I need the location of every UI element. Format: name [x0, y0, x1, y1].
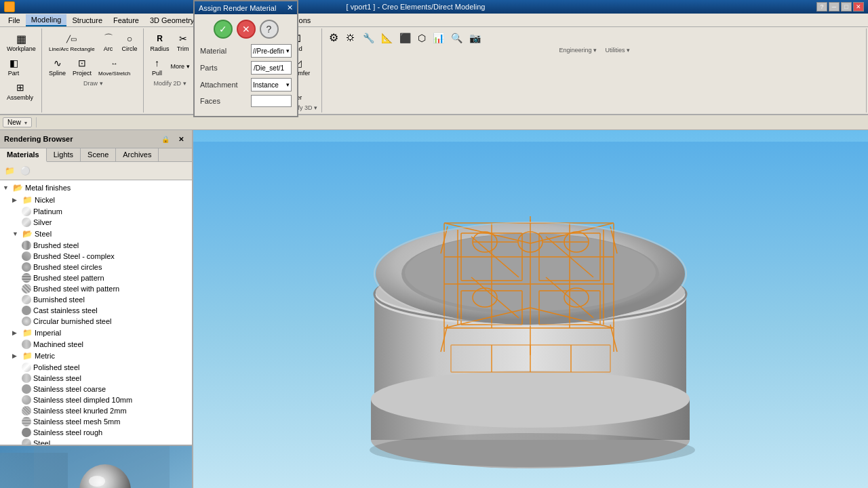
tree-label: Platinum [33, 207, 62, 216]
tree-label: Stainless steel mesh 5mm [33, 418, 120, 426]
eng-btn-6[interactable]: ⬡ [415, 31, 429, 45]
folder-open-icon: 📂 [12, 182, 23, 193]
move-stretch-icon: ↔ [108, 57, 121, 70]
tree-item-stainless-dimpled[interactable]: Stainless steel dimpled 10mm [1, 394, 191, 405]
arc-icon: ⌒ [102, 32, 115, 45]
tree-item-brushed-steel-pattern[interactable]: Brushed steel pattern [1, 272, 191, 283]
tree-item-stainless-steel[interactable]: Stainless steel [1, 373, 191, 384]
project-button[interactable]: ⊡ Project [70, 54, 94, 79]
tree-label: Metal finishes [25, 184, 71, 192]
dialog-btn-row: ✓ ✕ ? [200, 20, 292, 39]
tree-item-silver[interactable]: Silver [1, 217, 191, 228]
tree-item-stainless-rough[interactable]: Stainless steel rough [1, 427, 191, 438]
tab-materials[interactable]: Materials [0, 148, 47, 162]
tab-scene[interactable]: Scene [81, 148, 116, 161]
dialog-faces-input[interactable] [251, 95, 292, 107]
minimize-button[interactable]: ─ [829, 2, 840, 12]
circle-icon: ○ [123, 32, 136, 45]
tree-item-cast-stainless[interactable]: Cast stainless steel [1, 305, 191, 316]
menu-feature[interactable]: Feature [108, 15, 144, 26]
line-arc-rectangle-button[interactable]: ╱▭ Line/Arc Rectangle [46, 30, 98, 54]
render-dialog: Assign Render Material ✕ ✓ ✕ ? Material … [193, 0, 298, 117]
circle-button[interactable]: ○ Circle [119, 30, 140, 54]
dialog-help-button[interactable]: ? [260, 20, 279, 39]
menu-3d-geometry[interactable]: 3D Geometry [144, 15, 199, 26]
pull-button[interactable]: ↑ Pull [148, 54, 167, 79]
close-button[interactable]: ✕ [853, 2, 864, 12]
tree-item-metal-finishes[interactable]: ▼ 📂 Metal finishes [1, 182, 191, 194]
viewport-svg [193, 130, 868, 488]
restore-button[interactable]: □ [841, 2, 852, 12]
dialog-cancel-button[interactable]: ✕ [237, 20, 256, 39]
panel-close-icon[interactable]: ✕ [174, 132, 188, 146]
workplane-button[interactable]: ▦ Workplane [4, 30, 39, 54]
tree-item-nickel[interactable]: ▶ 📁 Nickel [1, 194, 191, 206]
title-bar-title: [ vport1 ] - Creo Elements/Direct Modeli… [15, 3, 816, 11]
util-btn-1[interactable]: 📊 [430, 31, 447, 45]
tree-item-stainless-coarse[interactable]: Stainless steel coarse [1, 384, 191, 394]
eng-label: Engineering ▾ Utilities ▾ [326, 47, 863, 54]
eng-btn-1[interactable]: ⚙ [326, 30, 341, 45]
panel-sphere-icon[interactable]: ⚪ [18, 164, 32, 178]
util-btn-2[interactable]: 🔍 [448, 31, 465, 45]
tree-item-steel[interactable]: Steel [1, 438, 191, 445]
more-2d-button[interactable]: More ▾ [168, 62, 193, 71]
radius-button[interactable]: R Radius [148, 30, 172, 54]
tree-item-imperial[interactable]: ▶ 📁 Imperial [1, 327, 191, 339]
eng-btn-5[interactable]: ⬛ [397, 31, 414, 45]
dialog-faces-field: Faces [200, 95, 292, 107]
tree-item-stainless-mesh[interactable]: Stainless steel mesh 5mm [1, 416, 191, 427]
new-dropdown-arrow: ▾ [24, 120, 27, 126]
util-btn-3[interactable]: 📷 [467, 31, 484, 45]
panel-folder-icon[interactable]: 📁 [3, 164, 16, 178]
tab-archives[interactable]: Archives [116, 148, 159, 161]
panel-lock-icon[interactable]: 🔒 [159, 132, 172, 146]
toolbar-row-2: ◧ Part [4, 54, 23, 79]
dialog-attachment-select[interactable]: Instance ▾ [251, 78, 292, 92]
tree-area[interactable]: ▼ 📂 Metal finishes ▶ 📁 Nickel Platinum S… [0, 180, 192, 445]
dialog-ok-button[interactable]: ✓ [214, 20, 233, 39]
tree-item-brushed-steel[interactable]: Brushed steel [1, 240, 191, 251]
menu-file[interactable]: File [3, 15, 26, 26]
material-preview-icon [22, 262, 31, 272]
eng-btn-4[interactable]: 📐 [378, 31, 395, 45]
tree-label: Stainless steel [33, 374, 81, 382]
tree-item-metric[interactable]: ▶ 📁 Metric [1, 350, 191, 362]
arc-button[interactable]: ⌒ Arc [99, 30, 118, 54]
assembly-button[interactable]: ⊞ Assembly [4, 79, 36, 103]
material-preview-icon [22, 284, 31, 293]
menu-modeling[interactable]: Modeling [26, 14, 67, 26]
tree-label: Stainless steel knurled 2mm [33, 407, 127, 415]
dialog-parts-value: /Die_set/1 [254, 64, 284, 72]
folder-icon: 📁 [22, 350, 33, 361]
menu-structure[interactable]: Structure [66, 15, 108, 26]
tree-item-machined-steel[interactable]: Machined steel [1, 339, 191, 350]
tree-item-brushed-steel-circles[interactable]: Brushed steel circles [1, 262, 191, 272]
title-bar-left [4, 1, 15, 12]
new-dropdown[interactable]: New ▾ [3, 117, 32, 127]
tree-item-platinum[interactable]: Platinum [1, 206, 191, 217]
tree-item-circular-burnished[interactable]: Circular burnished steel [1, 316, 191, 327]
part-button[interactable]: ◧ Part [4, 54, 23, 79]
svg-point-57 [370, 433, 695, 467]
tree-item-brushed-steel-complex[interactable]: Brushed Steel - complex [1, 251, 191, 262]
panel-header: Rendering Browser 🔒 ✕ [0, 130, 192, 148]
move-stretch-button[interactable]: ↔ Move/Stretch [96, 55, 133, 79]
dialog-material-select[interactable]: //Pre-defin ▾ [251, 44, 292, 58]
pull-icon: ↑ [151, 56, 164, 70]
tree-item-brushed-steel-with-pattern[interactable]: Brushed steel with pattern [1, 283, 191, 294]
tree-item-burnished-steel[interactable]: Burnished steel [1, 294, 191, 305]
tab-lights[interactable]: Lights [47, 148, 81, 161]
render-dialog-close-button[interactable]: ✕ [287, 3, 293, 12]
tree-item-steel-group[interactable]: ▼ 📂 Steel [1, 228, 191, 240]
tree-item-stainless-knurled[interactable]: Stainless steel knurled 2mm [1, 405, 191, 416]
help-button[interactable]: ? [816, 2, 827, 12]
eng-btn-3[interactable]: 🔧 [360, 31, 377, 45]
eng-btn-2[interactable]: ⛭ [342, 30, 359, 45]
trim-button[interactable]: ✂ Trim [174, 30, 193, 54]
tree-item-polished-steel[interactable]: Polished steel [1, 362, 191, 373]
dialog-material-arrow: ▾ [286, 47, 290, 54]
dialog-parts-input[interactable]: /Die_set/1 [251, 61, 292, 75]
preview-svg [0, 446, 192, 488]
spline-button[interactable]: ∿ Spline [46, 54, 68, 79]
